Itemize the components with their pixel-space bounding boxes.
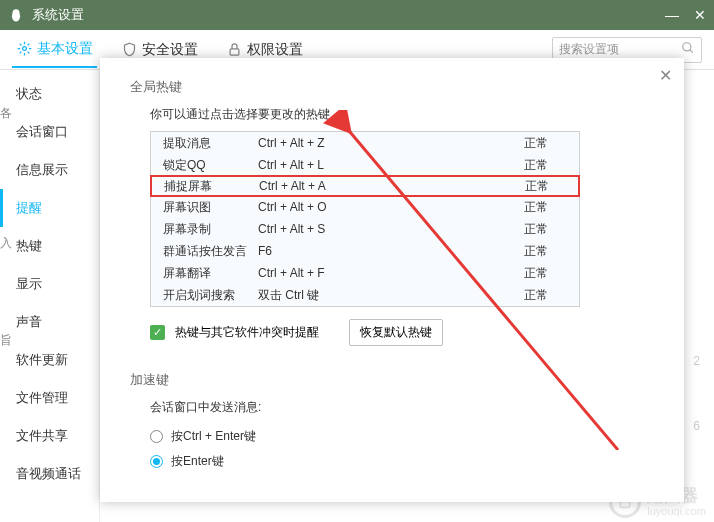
hotkey-name: 捕捉屏幕 <box>164 178 259 195</box>
dialog-close-button[interactable]: ✕ <box>659 66 672 85</box>
sidebar-item-info[interactable]: 信息展示 <box>0 151 99 189</box>
hotkey-status: 正常 <box>468 135 548 152</box>
watermark-url: luyouqi.com <box>647 505 706 517</box>
lock-icon <box>226 42 242 58</box>
hotkey-key: Ctrl + Alt + A <box>259 179 469 193</box>
radio-ctrl-enter[interactable]: 按Ctrl + Enter键 <box>150 424 654 449</box>
hotkey-name: 屏幕录制 <box>163 221 258 238</box>
hotkey-row[interactable]: 提取消息 Ctrl + Alt + Z 正常 <box>151 132 579 154</box>
hotkey-status: 正常 <box>468 243 548 260</box>
search-placeholder: 搜索设置项 <box>559 41 619 58</box>
radio-enter[interactable]: 按Enter键 <box>150 449 654 474</box>
sidebar-item-update[interactable]: 软件更新 <box>0 341 99 379</box>
titlebar: 系统设置 — ✕ <box>0 0 714 30</box>
restore-default-button[interactable]: 恢复默认热键 <box>349 319 443 346</box>
sidebar-item-sound[interactable]: 声音 <box>0 303 99 341</box>
global-hotkey-title: 全局热键 <box>130 78 654 96</box>
side-number: 6 <box>693 419 700 433</box>
minimize-button[interactable]: — <box>665 7 679 23</box>
hotkey-key: Ctrl + Alt + F <box>258 266 468 280</box>
svg-rect-3 <box>230 49 239 55</box>
svg-rect-7 <box>621 501 630 507</box>
bg-char: 旨 <box>0 332 12 349</box>
hotkey-key: Ctrl + Alt + L <box>258 158 468 172</box>
hotkey-name: 屏幕翻译 <box>163 265 258 282</box>
hotkey-status: 正常 <box>468 199 548 216</box>
global-hotkey-desc: 你可以通过点击选择要更改的热键。 <box>150 106 654 123</box>
bg-char: 入 <box>0 235 12 252</box>
tab-label: 基本设置 <box>37 40 93 58</box>
hotkey-row-highlighted[interactable]: 捕捉屏幕 Ctrl + Alt + A 正常 <box>150 175 580 197</box>
hotkey-key: 双击 Ctrl 键 <box>258 287 468 304</box>
radio-icon <box>150 455 163 468</box>
sidebar: 状态 会话窗口 信息展示 提醒 热键 显示 声音 软件更新 文件管理 文件共享 … <box>0 70 100 522</box>
gear-icon <box>16 41 32 57</box>
hotkey-dialog: ✕ 全局热键 你可以通过点击选择要更改的热键。 提取消息 Ctrl + Alt … <box>100 58 684 502</box>
svg-point-1 <box>13 9 20 16</box>
accel-title: 加速键 <box>130 371 654 389</box>
hotkey-row[interactable]: 开启划词搜索 双击 Ctrl 键 正常 <box>151 284 579 306</box>
hotkey-status: 正常 <box>468 157 548 174</box>
app-icon <box>8 7 24 23</box>
hotkey-status: 正常 <box>469 178 549 195</box>
hotkey-row[interactable]: 屏幕翻译 Ctrl + Alt + F 正常 <box>151 262 579 284</box>
accel-desc: 会话窗口中发送消息: <box>150 399 654 416</box>
side-number: 2 <box>693 354 700 368</box>
hotkey-row[interactable]: 屏幕识图 Ctrl + Alt + O 正常 <box>151 196 579 218</box>
conflict-checkbox[interactable]: ✓ <box>150 325 165 340</box>
sidebar-item-status[interactable]: 状态 <box>0 75 99 113</box>
bg-char: 各 <box>0 105 12 122</box>
tab-label: 权限设置 <box>247 41 303 59</box>
hotkey-table: 提取消息 Ctrl + Alt + Z 正常 锁定QQ Ctrl + Alt +… <box>150 131 580 307</box>
tab-label: 安全设置 <box>142 41 198 59</box>
close-button[interactable]: ✕ <box>694 7 706 23</box>
svg-point-2 <box>22 47 26 51</box>
hotkey-name: 群通话按住发言 <box>163 243 258 260</box>
sidebar-item-share[interactable]: 文件共享 <box>0 417 99 455</box>
sidebar-item-chat[interactable]: 会话窗口 <box>0 113 99 151</box>
hotkey-name: 提取消息 <box>163 135 258 152</box>
sidebar-item-av[interactable]: 音视频通话 <box>0 455 99 493</box>
hotkey-row[interactable]: 屏幕录制 Ctrl + Alt + S 正常 <box>151 218 579 240</box>
radio-icon <box>150 430 163 443</box>
sidebar-item-remind[interactable]: 提醒 <box>0 189 99 227</box>
hotkey-key: Ctrl + Alt + S <box>258 222 468 236</box>
sidebar-item-display[interactable]: 显示 <box>0 265 99 303</box>
search-icon <box>681 41 695 58</box>
conflict-label: 热键与其它软件冲突时提醒 <box>175 324 319 341</box>
sidebar-item-hotkey[interactable]: 热键 <box>0 227 99 265</box>
hotkey-key: Ctrl + Alt + Z <box>258 136 468 150</box>
window-title: 系统设置 <box>32 6 665 24</box>
sidebar-item-file[interactable]: 文件管理 <box>0 379 99 417</box>
hotkey-status: 正常 <box>468 287 548 304</box>
hotkey-status: 正常 <box>468 221 548 238</box>
svg-line-5 <box>690 50 693 53</box>
hotkey-name: 屏幕识图 <box>163 199 258 216</box>
hotkey-name: 锁定QQ <box>163 157 258 174</box>
radio-label: 按Ctrl + Enter键 <box>171 428 256 445</box>
tab-basic[interactable]: 基本设置 <box>12 32 97 68</box>
radio-label: 按Enter键 <box>171 453 224 470</box>
hotkey-key: F6 <box>258 244 468 258</box>
hotkey-status: 正常 <box>468 265 548 282</box>
hotkey-key: Ctrl + Alt + O <box>258 200 468 214</box>
shield-icon <box>121 42 137 58</box>
hotkey-row[interactable]: 锁定QQ Ctrl + Alt + L 正常 <box>151 154 579 176</box>
hotkey-name: 开启划词搜索 <box>163 287 258 304</box>
hotkey-row[interactable]: 群通话按住发言 F6 正常 <box>151 240 579 262</box>
svg-point-4 <box>683 43 691 51</box>
